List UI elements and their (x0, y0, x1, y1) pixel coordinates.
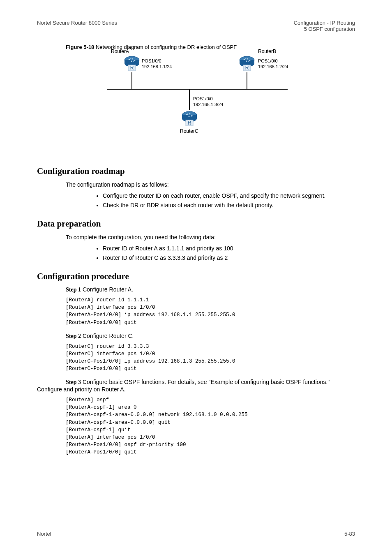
svg-text:R: R (245, 65, 249, 71)
list-item: Check the DR or BDR status of each route… (103, 201, 355, 210)
router-c-label: RouterC (180, 128, 198, 134)
list-item: Router ID of Router A as 1.1.1.1 and pri… (103, 244, 355, 253)
footer-right: 5-83 (344, 531, 355, 537)
figure-caption: Figure 5-18 Networking diagram of config… (66, 44, 355, 50)
step-3-label: Step 3 (66, 379, 81, 385)
router-b-ip: 192.168.1.2/24 (258, 64, 288, 69)
router-c-port: POS1/0/0 (193, 96, 213, 101)
step-2-label: Step 2 (66, 333, 81, 339)
dataprep-intro: To complete the configuration, you need … (66, 233, 355, 241)
step-2-cli: [RouterC] router id 3.3.3.3 [RouterC] in… (66, 343, 355, 373)
list-item: Router ID of Router C as 3.3.3.3 and pri… (103, 253, 355, 262)
router-icon: R (238, 55, 256, 72)
line (131, 72, 132, 89)
procedure-heading: Configuration procedure (37, 271, 355, 282)
footer-left: Nortel (37, 531, 51, 537)
footer-divider (37, 528, 355, 528)
step-1-text: Configure Router A. (83, 286, 133, 293)
step-2-text: Configure Router C. (83, 333, 134, 339)
router-a-label: RouterA (111, 49, 129, 54)
step-3-text: Configure basic OSPF functions. For deta… (37, 379, 330, 393)
figure-label: Figure 5-18 (66, 44, 94, 50)
router-a-ip: 192.168.1.1/24 (142, 64, 172, 69)
roadmap-heading: Configuration roadmap (37, 166, 355, 176)
router-a-port: POS1/0/0 (142, 58, 161, 63)
router-c-ip: 192.168.1.3/24 (193, 102, 223, 107)
step-3-cli: [RouterA] ospf [RouterA-ospf-1] area 0 [… (66, 396, 355, 456)
router-b-label: RouterB (258, 49, 276, 54)
header-left: Nortel Secure Router 8000 Series (37, 20, 117, 32)
svg-text:R: R (130, 65, 134, 71)
dataprep-list: Router ID of Router A as 1.1.1.1 and pri… (103, 244, 355, 262)
header-right-2: 5 OSPF configuration (294, 26, 355, 32)
line (247, 72, 247, 89)
dataprep-heading: Data preparation (37, 219, 355, 229)
router-icon: R (181, 110, 198, 127)
step-1-cli: [RouterA] router id 1.1.1.1 [RouterA] in… (66, 296, 355, 326)
header-right-1: Configuration - IP Routing (294, 20, 355, 26)
line (189, 89, 190, 110)
network-diagram: R RouterA POS1/0/0 192.168.1.1/24 R Rout… (66, 55, 326, 154)
roadmap-intro: The configuration roadmap is as follows: (66, 180, 355, 189)
svg-text:R: R (188, 120, 191, 126)
step-1-label: Step 1 (66, 287, 81, 293)
page-header: Nortel Secure Router 8000 Series Configu… (37, 20, 355, 32)
header-divider (37, 34, 355, 34)
page-footer: Nortel 5-83 (37, 528, 355, 537)
router-icon: R (123, 55, 141, 72)
bus-line (107, 89, 288, 90)
list-item: Configure the router ID on each router, … (103, 191, 355, 200)
router-b-port: POS1/0/0 (258, 58, 278, 63)
roadmap-list: Configure the router ID on each router, … (103, 191, 355, 210)
